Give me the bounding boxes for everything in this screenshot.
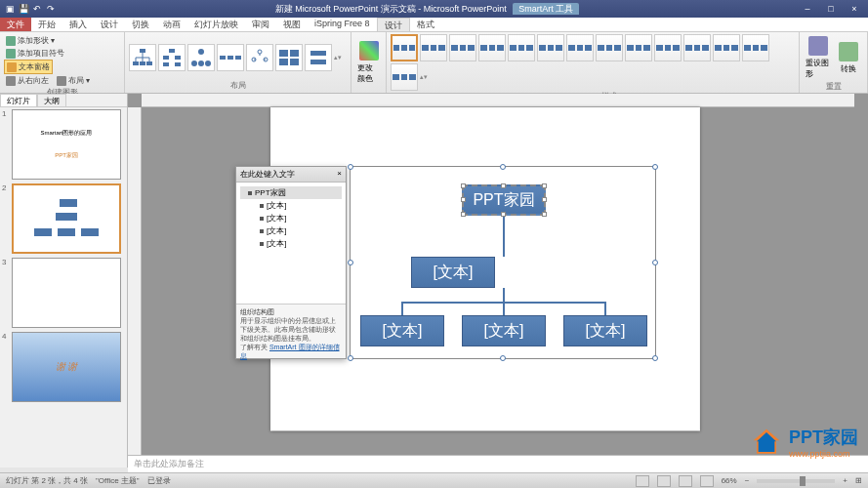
tab-ispring[interactable]: iSpring Free 8 <box>308 18 377 31</box>
resize-handle[interactable] <box>500 164 506 170</box>
list-item[interactable]: PPT家园 <box>240 186 342 199</box>
text-pane-icon <box>7 62 17 72</box>
layout-option[interactable] <box>129 44 156 71</box>
slide-thumbnail[interactable]: 4 谢 谢 <box>2 332 125 402</box>
list-item[interactable]: [文本] <box>240 199 342 212</box>
layout-button[interactable]: 布局 ▾ <box>55 74 92 87</box>
tab-smartart-design[interactable]: 设计 <box>377 18 410 31</box>
zoom-thumb[interactable] <box>800 476 806 486</box>
style-option[interactable] <box>566 34 594 61</box>
smartart-node[interactable]: [文本] <box>563 315 647 346</box>
tab-home[interactable]: 开始 <box>31 18 62 31</box>
watermark-logo-icon <box>750 427 783 457</box>
slide-thumbnail-selected[interactable]: 2 <box>2 183 125 254</box>
tab-view[interactable]: 视图 <box>276 18 308 31</box>
view-normal-button[interactable] <box>636 475 649 487</box>
style-option[interactable] <box>625 34 652 61</box>
fit-to-window-button[interactable]: ⊞ <box>855 476 862 485</box>
smartart-text-pane[interactable]: 在此处键入文字 × PPT家园 [文本] [文本] [文本] [文本] 组织结构… <box>235 166 347 359</box>
tab-review[interactable]: 审阅 <box>245 18 276 31</box>
smartart-node[interactable]: [文本] <box>411 257 495 288</box>
undo-icon[interactable]: ↶ <box>31 3 43 15</box>
smartart-container[interactable]: PPT家园 [文本] [文本] [文本] [文本] <box>350 166 656 359</box>
save-icon[interactable]: 💾 <box>18 3 29 15</box>
text-pane-close-icon[interactable]: × <box>337 169 342 180</box>
list-item[interactable]: [文本] <box>240 224 342 237</box>
thumb-footer: PPT家园 <box>55 151 78 160</box>
tab-outline-thumb[interactable]: 大纲 <box>37 94 66 106</box>
resize-handle[interactable] <box>500 355 506 361</box>
list-item[interactable]: [文本] <box>240 237 342 250</box>
layout-gallery-expand[interactable]: ▴▾ <box>334 54 344 61</box>
style-option[interactable] <box>391 63 418 91</box>
text-pane-list[interactable]: PPT家园 [文本] [文本] [文本] [文本] <box>236 183 346 304</box>
layout-option[interactable] <box>158 44 186 71</box>
reset-graphic-button[interactable]: 重设图形 <box>804 34 833 81</box>
tab-smartart-format[interactable]: 格式 <box>410 18 441 31</box>
svg-rect-0 <box>140 49 145 53</box>
slide-thumbnail[interactable]: 1 Smartart图形的应用 PPT家园 <box>2 109 125 180</box>
resize-handle[interactable] <box>652 164 658 170</box>
tab-design[interactable]: 设计 <box>94 18 125 31</box>
tab-slideshow[interactable]: 幻灯片放映 <box>187 18 245 31</box>
watermark: PPT家园 www.pptjia.com <box>750 426 858 459</box>
layout-option[interactable] <box>246 44 273 71</box>
view-reading-button[interactable] <box>679 475 692 487</box>
smartart-node[interactable]: [文本] <box>360 315 444 346</box>
zoom-percent[interactable]: 66% <box>722 476 737 485</box>
style-option[interactable] <box>420 34 447 61</box>
close-button[interactable]: × <box>845 4 864 14</box>
change-colors-button[interactable]: 更改颜色 <box>355 39 382 86</box>
view-slideshow-button[interactable] <box>700 475 714 487</box>
resize-handle[interactable] <box>348 164 353 170</box>
view-sorter-button[interactable] <box>657 475 671 487</box>
resize-handle[interactable] <box>348 260 353 265</box>
resize-handle[interactable] <box>348 355 353 361</box>
tab-slides-thumb[interactable]: 幻灯片 <box>0 94 37 106</box>
zoom-out-icon[interactable]: − <box>745 476 750 485</box>
style-option[interactable] <box>508 34 535 61</box>
tab-file[interactable]: 文件 <box>0 18 31 31</box>
tab-insert[interactable]: 插入 <box>62 18 94 31</box>
layout-option[interactable] <box>187 44 215 71</box>
svg-point-12 <box>205 61 211 66</box>
resize-handle[interactable] <box>652 355 658 361</box>
svg-rect-22 <box>290 59 299 65</box>
layout-option[interactable] <box>305 44 332 71</box>
smartart-root-node[interactable]: PPT家园 <box>462 184 546 216</box>
redo-icon[interactable]: ↷ <box>45 3 57 15</box>
thumb-smartart-icon <box>32 199 101 238</box>
layout-option[interactable] <box>275 44 303 71</box>
convert-button[interactable]: 转换 <box>835 40 864 76</box>
layout-option[interactable] <box>217 44 244 71</box>
style-option[interactable] <box>683 34 711 61</box>
smartart-node[interactable]: [文本] <box>462 315 546 346</box>
style-option[interactable] <box>713 34 740 61</box>
style-option-selected[interactable] <box>391 34 418 61</box>
list-item[interactable]: [文本] <box>240 212 342 224</box>
svg-rect-23 <box>310 51 326 56</box>
tab-animations[interactable]: 动画 <box>156 18 187 31</box>
tab-transitions[interactable]: 切换 <box>125 18 156 31</box>
zoom-in-icon[interactable]: + <box>843 476 847 485</box>
bullet-icon <box>260 217 264 221</box>
style-gallery-expand[interactable]: ▴▾ <box>420 73 430 81</box>
rtl-button[interactable]: 从右向左 <box>4 74 51 87</box>
text-pane-button[interactable]: 文本窗格 <box>4 60 53 74</box>
svg-rect-13 <box>220 56 226 60</box>
maximize-button[interactable]: □ <box>821 4 841 14</box>
add-shape-button[interactable]: 添加形状 ▾ <box>4 34 57 47</box>
style-option[interactable] <box>478 34 506 61</box>
style-option[interactable] <box>654 34 682 61</box>
add-bullet-button[interactable]: 添加项目符号 <box>4 47 66 60</box>
zoom-slider[interactable] <box>757 479 835 483</box>
style-option[interactable] <box>449 34 476 61</box>
style-option[interactable] <box>596 34 623 61</box>
slide-thumbnail[interactable]: 3 <box>2 258 125 328</box>
contextual-tab-label: SmartArt 工具 <box>513 3 579 15</box>
resize-handle[interactable] <box>652 260 658 265</box>
status-bar: 幻灯片 第 2 张，共 4 张 "Office 主题" 已登录 66% − + … <box>0 472 868 488</box>
minimize-button[interactable]: – <box>798 4 817 14</box>
style-option[interactable] <box>537 34 564 61</box>
style-option[interactable] <box>742 34 769 61</box>
